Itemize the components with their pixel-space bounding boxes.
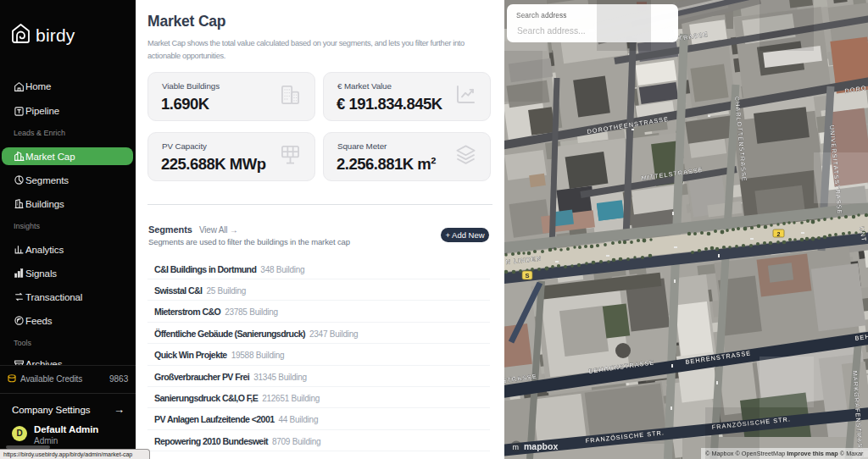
svg-text:2: 2	[777, 231, 781, 237]
svg-text:mapbox: mapbox	[524, 441, 558, 451]
svg-text:S: S	[526, 272, 530, 279]
svg-text:m: m	[513, 443, 520, 451]
